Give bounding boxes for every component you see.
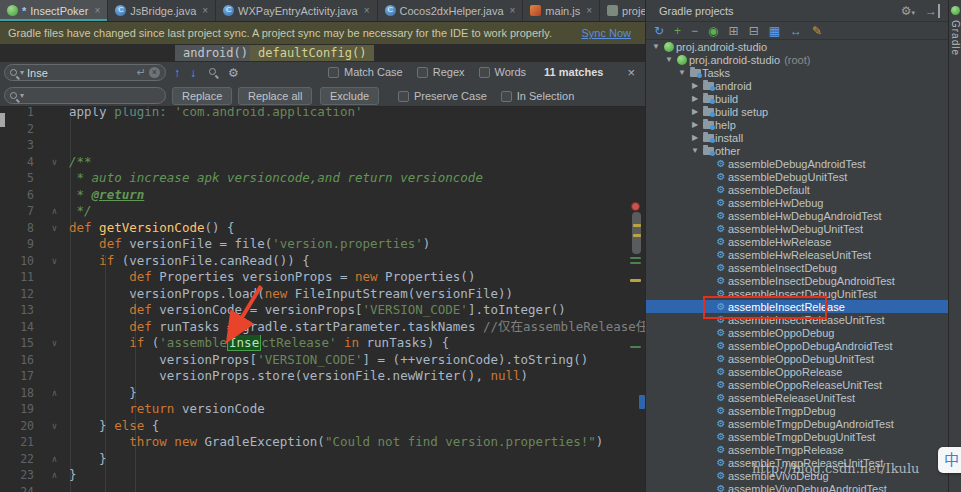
sync-icon[interactable]: ↻ (654, 25, 664, 37)
fold-marker-icon[interactable]: ∧ (40, 451, 69, 468)
code-line[interactable]: 1apply plugin: 'com.android.application' (0, 107, 645, 121)
tree-item[interactable]: ▶android (646, 79, 948, 92)
expand-all-icon[interactable]: ⊞ (729, 25, 739, 37)
in-selection-checkbox[interactable]: In Selection (501, 90, 574, 102)
code-line[interactable]: 16 versionProps['VERSION_CODE'] = (++ver… (0, 352, 645, 369)
tree-item[interactable]: ⚙assembleDebugUnitTest (646, 170, 948, 183)
fold-marker-icon[interactable]: ∨ (40, 418, 69, 435)
tree-expand-arrow-icon[interactable]: ▶ (689, 120, 701, 129)
code-line[interactable]: 4∨/** (0, 154, 645, 171)
tree-item[interactable]: ▼other (646, 144, 948, 157)
code-line[interactable]: 8∨def getVersionCode() { (0, 220, 645, 237)
next-match-icon[interactable]: ↓ (190, 66, 196, 80)
code-line[interactable]: 5 * auto increase apk versioncode,and re… (0, 170, 645, 187)
editor-tab[interactable]: *InsectPoker× (0, 0, 108, 21)
editor-tab[interactable]: main.js× (523, 0, 600, 21)
tree-item[interactable]: ▶install (646, 131, 948, 144)
previous-match-icon[interactable]: ↑ (174, 66, 180, 80)
tree-item[interactable]: ⚙assembleInsectDebugAndroidTest (646, 274, 948, 287)
navigate-icon[interactable]: ↔ (790, 25, 802, 37)
editor-tab[interactable]: WXPayEntryActivity.java× (216, 0, 377, 21)
tree-item[interactable]: ⚙assembleTmgpDebugUnitTest (646, 430, 948, 443)
fold-marker-icon[interactable]: ∧ (40, 203, 69, 220)
close-find-bar-icon[interactable]: × (627, 65, 635, 80)
close-tab-icon[interactable]: × (364, 5, 370, 16)
replace-field[interactable]: ▾ (4, 87, 166, 104)
tree-item[interactable]: ⚙assembleHwRelease (646, 235, 948, 248)
preserve-case-checkbox[interactable]: Preserve Case (398, 90, 487, 102)
collapse-all-icon[interactable]: ⊟ (749, 25, 759, 37)
tree-item[interactable]: ⚙assembleHwDebug (646, 196, 948, 209)
group-modules-icon[interactable]: ▦ (769, 25, 780, 37)
newline-icon[interactable]: ↵ (137, 66, 146, 79)
gradle-settings-icon[interactable]: ✎ (812, 25, 822, 37)
tree-item[interactable]: ⚙assembleInsectDebug (646, 261, 948, 274)
fold-marker-icon[interactable]: ∧ (40, 385, 69, 402)
code-line[interactable]: 6 * @return (0, 187, 645, 204)
gradle-tool-button[interactable]: Gradle (950, 20, 961, 56)
code-line[interactable]: 14 def runTasks = gradle.startParameter.… (0, 319, 645, 336)
detach-project-icon[interactable]: − (691, 25, 698, 37)
tree-item[interactable]: ▼proj.android-studio(root) (646, 53, 948, 66)
code-line[interactable]: 22∧ } (0, 451, 645, 468)
fold-marker-icon[interactable]: ∨ (40, 253, 69, 270)
exclude-button[interactable]: Exclude (320, 87, 379, 105)
panel-settings-gear-icon[interactable]: ⚙▾ (901, 4, 915, 18)
tree-item[interactable]: ▶help (646, 118, 948, 131)
editor-tab[interactable]: Cocos2dxHelper.java× (378, 0, 524, 21)
stripe-mark-match[interactable] (630, 262, 641, 264)
tree-expand-arrow-icon[interactable]: ▼ (663, 55, 675, 64)
stripe-mark-warning[interactable] (633, 234, 641, 237)
code-line[interactable]: 2 (0, 121, 645, 138)
words-checkbox[interactable]: Words (479, 66, 527, 78)
fold-marker-icon[interactable]: ∧ (40, 467, 69, 484)
tree-expand-arrow-icon[interactable]: ▼ (676, 68, 688, 77)
breadcrumb-defaultconfig[interactable]: defaultConfig() (250, 45, 374, 61)
tree-item[interactable]: ⚙assembleReleaseUnitTest (646, 391, 948, 404)
hide-panel-icon[interactable]: → (925, 4, 940, 18)
code-line[interactable]: 23∧} (0, 467, 645, 484)
fold-marker-icon[interactable]: ∨ (40, 220, 69, 237)
code-line[interactable]: 21 throw new GradleException("Could not … (0, 434, 645, 451)
tree-item[interactable]: ⚙assembleOppoDebugUnitTest (646, 352, 948, 365)
search-input[interactable] (27, 67, 134, 79)
code-line[interactable]: 12 versionProps.load(new FileInputStream… (0, 286, 645, 303)
match-case-checkbox[interactable]: Match Case (328, 66, 403, 78)
code-line[interactable]: 9 def versionFile = file('version.proper… (0, 236, 645, 253)
editor-tab[interactable]: JsBridge.java× (108, 0, 216, 21)
tree-item[interactable]: ⚙assembleTmgpRelease (646, 443, 948, 456)
code-line[interactable]: 13 def versionCode = versionProps['VERSI… (0, 302, 645, 319)
code-line[interactable]: 24 (0, 484, 645, 492)
stripe-mark-warning[interactable] (633, 224, 641, 227)
tree-expand-arrow-icon[interactable]: ▶ (689, 133, 701, 142)
attach-project-icon[interactable]: + (674, 25, 681, 37)
stripe-mark-match[interactable] (630, 346, 641, 348)
close-tab-icon[interactable]: × (94, 5, 100, 16)
tree-item[interactable]: ▶build (646, 92, 948, 105)
stripe-mark-warning[interactable] (630, 279, 641, 282)
tree-item[interactable]: ⚙assembleHwReleaseUnitTest (646, 248, 948, 261)
find-all-icon[interactable] (209, 68, 216, 75)
code-line[interactable]: 15∨ if ('assembleInsectRelease' in runTa… (0, 335, 645, 352)
close-tab-icon[interactable]: × (510, 5, 516, 16)
tree-item[interactable]: ⚙assembleHwDebugUnitTest (646, 222, 948, 235)
tree-item[interactable]: ⚙assembleDefault (646, 183, 948, 196)
code-line[interactable]: 3 (0, 137, 645, 154)
sync-now-link[interactable]: Sync Now (581, 27, 631, 39)
code-line[interactable]: 10∨ if (versionFile.canRead()) { (0, 253, 645, 270)
replace-all-button[interactable]: Replace all (238, 87, 312, 105)
close-tab-icon[interactable]: × (586, 5, 592, 16)
fold-marker-icon[interactable]: ∨ (40, 335, 69, 352)
tree-item[interactable]: ⚙assembleOppoDebugAndroidTest (646, 339, 948, 352)
close-tab-icon[interactable]: × (202, 5, 208, 16)
replace-input[interactable] (27, 90, 160, 102)
tree-item[interactable]: ⚙assembleDebugAndroidTest (646, 157, 948, 170)
tree-item[interactable]: ▼proj.android-studio (646, 40, 948, 53)
replace-button[interactable]: Replace (172, 87, 232, 105)
clear-search-icon[interactable]: × (149, 67, 160, 78)
code-line[interactable]: 11 def Properties versionProps = new Pro… (0, 269, 645, 286)
code-line[interactable]: 19 return versionCode (0, 401, 645, 418)
tree-expand-arrow-icon[interactable]: ▶ (689, 81, 701, 90)
code-line[interactable]: 7∧ */ (0, 203, 645, 220)
search-settings-gear-icon[interactable]: ⚙ (228, 66, 239, 80)
